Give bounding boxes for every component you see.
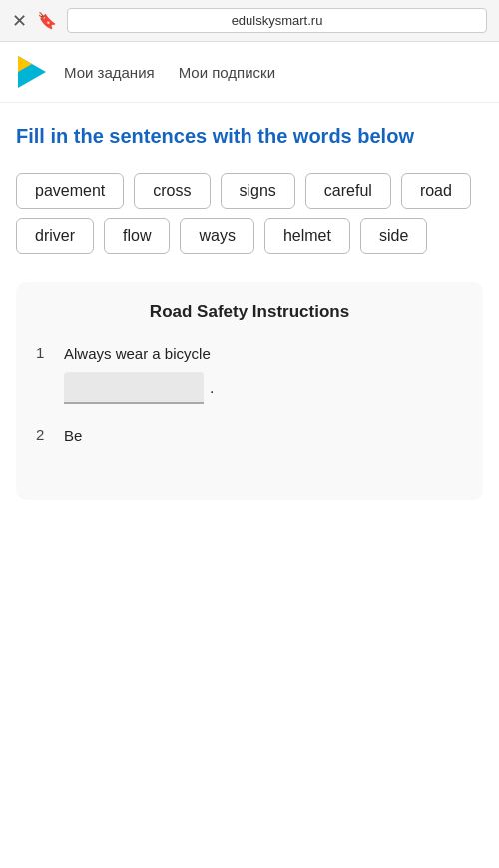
exercise-content-2: Be	[64, 424, 82, 448]
word-tile-ways[interactable]: ways	[180, 218, 253, 254]
browser-bar: ✕ 🔖 edulskysmart.ru	[0, 0, 499, 42]
word-tile-cross[interactable]: cross	[134, 173, 210, 209]
word-tile-side[interactable]: side	[360, 218, 427, 254]
exercise-input-row-1: .	[64, 372, 214, 404]
url-bar[interactable]: edulskysmart.ru	[67, 8, 487, 33]
main-nav: Мои задания Мои подписки	[64, 64, 275, 81]
word-tile-helmet[interactable]: helmet	[264, 218, 350, 254]
exercise-text-2: Be	[64, 427, 82, 444]
word-tile-flow[interactable]: flow	[104, 218, 170, 254]
nav-my-tasks[interactable]: Мои задания	[64, 64, 155, 81]
word-tiles-container: pavement cross signs careful road driver…	[16, 173, 483, 254]
exercise-section: Road Safety Instructions 1 Always wear a…	[16, 282, 483, 500]
main-content: Fill in the sentences with the words bel…	[0, 103, 499, 516]
logo-svg	[16, 56, 48, 88]
exercise-content-1: Always wear a bicycle .	[64, 342, 214, 404]
exercise-text-1: Always wear a bicycle	[64, 345, 211, 362]
exercise-number-2: 2	[36, 424, 54, 443]
word-tile-road[interactable]: road	[401, 173, 471, 209]
app-header: Мои задания Мои подписки	[0, 42, 499, 103]
nav-my-subscriptions[interactable]: Мои подписки	[179, 64, 275, 81]
instruction-title: Fill in the sentences with the words bel…	[16, 123, 483, 149]
close-icon[interactable]: ✕	[12, 10, 27, 32]
bookmark-icon[interactable]: 🔖	[37, 11, 57, 30]
exercise-number-1: 1	[36, 342, 54, 361]
exercise-input-1[interactable]	[64, 372, 204, 404]
exercise-period-1: .	[210, 379, 214, 397]
word-tile-signs[interactable]: signs	[221, 173, 295, 209]
app-logo	[16, 56, 48, 88]
word-tile-pavement[interactable]: pavement	[16, 173, 124, 209]
word-tile-careful[interactable]: careful	[305, 173, 391, 209]
exercise-item-2: 2 Be	[36, 424, 463, 456]
word-tile-driver[interactable]: driver	[16, 218, 94, 254]
exercise-item-1: 1 Always wear a bicycle .	[36, 342, 463, 404]
exercise-title: Road Safety Instructions	[36, 302, 463, 322]
